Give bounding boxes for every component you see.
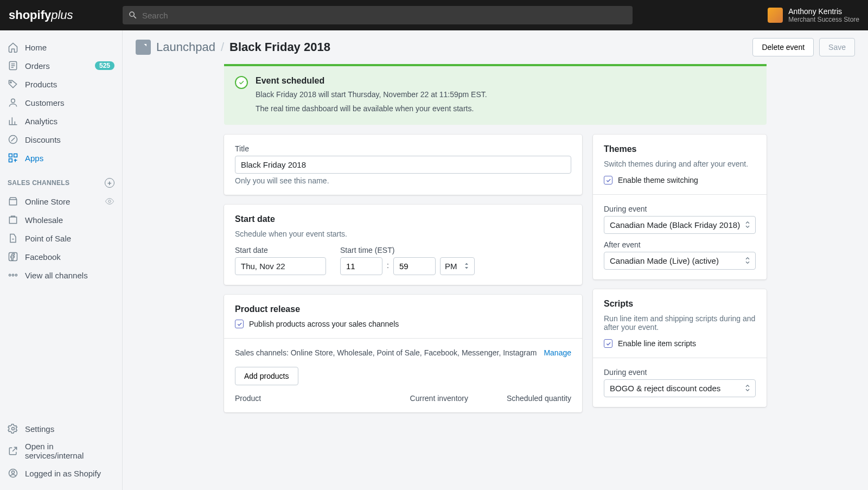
title-card: Title Only you will see this name. xyxy=(224,135,582,195)
themes-title: Themes xyxy=(604,144,756,154)
sidebar-item-apps[interactable]: Apps xyxy=(0,149,122,167)
scripts-card: Scripts Run line item and shipping scrip… xyxy=(593,289,767,407)
svg-point-7 xyxy=(108,200,111,203)
dots-icon xyxy=(8,270,18,281)
eye-icon[interactable] xyxy=(105,196,114,206)
sidebar-item-label: Orders xyxy=(25,61,50,71)
sidebar-item-home[interactable]: Home xyxy=(0,38,122,56)
sidebar-item-label: Customers xyxy=(25,98,65,107)
col-scheduled: Scheduled quantity xyxy=(490,394,571,403)
launchpad-app-icon xyxy=(136,40,151,55)
sidebar-item-label: Online Store xyxy=(25,197,70,206)
svg-point-2 xyxy=(11,99,15,103)
title-input[interactable] xyxy=(235,156,571,174)
add-products-button[interactable]: Add products xyxy=(235,367,298,385)
enable-scripts-checkbox[interactable] xyxy=(604,339,612,348)
sidebar-item-label: View all channels xyxy=(25,271,88,280)
sidebar-item-customers[interactable]: Customers xyxy=(0,93,122,112)
sidebar-item-settings[interactable]: Settings xyxy=(0,419,122,438)
ampm-select[interactable]: PM xyxy=(440,257,475,275)
breadcrumb-sep: / xyxy=(221,40,224,54)
time-colon: : xyxy=(387,261,389,275)
sidebar-item-pos[interactable]: Point of Sale xyxy=(0,229,122,247)
discounts-icon xyxy=(8,134,18,145)
minute-input[interactable] xyxy=(393,257,436,275)
banner-line1: Black Friday 2018 will start Thursday, N… xyxy=(256,90,487,99)
product-release-card: Product release Publish products across … xyxy=(224,295,582,412)
orders-icon xyxy=(8,60,18,71)
user-menu[interactable]: Anthony Kentris Merchant Success Store xyxy=(768,7,859,23)
page-header: Launchpad / Black Friday 2018 Delete eve… xyxy=(123,30,868,64)
date-label: Start date xyxy=(235,246,326,254)
sidebar-item-products[interactable]: Products xyxy=(0,75,122,93)
publish-checkbox-label: Publish products across your sales chann… xyxy=(249,320,399,328)
manage-channels-link[interactable]: Manage xyxy=(544,348,571,357)
search-icon xyxy=(128,10,138,20)
publish-checkbox[interactable] xyxy=(235,320,244,328)
delete-event-button[interactable]: Delete event xyxy=(752,38,814,56)
banner-title: Event scheduled xyxy=(256,76,487,86)
logo: shopifyplus xyxy=(9,8,123,22)
products-icon xyxy=(8,79,18,90)
main-content: Launchpad / Black Friday 2018 Delete eve… xyxy=(123,30,868,490)
sidebar-item-open-internal[interactable]: Open in services/internal xyxy=(0,438,122,464)
sidebar-item-orders[interactable]: Orders 525 xyxy=(0,56,122,75)
sidebar-item-logged-in-as[interactable]: Logged in as Shopify xyxy=(0,464,122,482)
sidebar-item-online-store[interactable]: Online Store xyxy=(0,192,122,211)
search-input[interactable] xyxy=(123,6,633,24)
sidebar-item-discounts[interactable]: Discounts xyxy=(0,130,122,149)
banner-line2: The real time dashboard will be availabl… xyxy=(256,104,487,113)
scripts-during-select[interactable]: BOGO & reject discount codes xyxy=(604,379,756,397)
time-label: Start time (EST) xyxy=(340,246,475,254)
sidebar-item-view-all-channels[interactable]: View all channels xyxy=(0,266,122,284)
svg-rect-8 xyxy=(9,217,16,224)
sidebar-item-label: Analytics xyxy=(25,117,58,126)
breadcrumb: Launchpad / Black Friday 2018 xyxy=(156,40,330,54)
sidebar-item-label: Discounts xyxy=(25,135,61,144)
col-inventory: Current inventory xyxy=(392,394,468,403)
save-button[interactable]: Save xyxy=(819,38,855,56)
hour-input[interactable] xyxy=(340,257,382,275)
check-circle-icon xyxy=(235,76,248,89)
theme-after-select[interactable]: Canadian Made (Live) (active) xyxy=(604,252,756,270)
gear-icon xyxy=(8,423,18,434)
analytics-icon xyxy=(8,116,18,126)
title-hint: Only you will see this name. xyxy=(235,176,571,185)
external-icon xyxy=(8,446,18,456)
enable-theme-label: Enable theme switching xyxy=(618,176,698,184)
sidebar-item-label: Facebook xyxy=(25,252,61,262)
col-product: Product xyxy=(235,394,371,403)
enable-theme-checkbox[interactable] xyxy=(604,176,612,184)
svg-point-12 xyxy=(15,274,17,276)
facebook-icon xyxy=(8,251,18,262)
orders-badge: 525 xyxy=(95,61,114,70)
sidebar-item-analytics[interactable]: Analytics xyxy=(0,112,122,130)
store-icon xyxy=(8,196,18,207)
breadcrumb-app[interactable]: Launchpad xyxy=(156,40,215,54)
theme-during-select[interactable]: Canadian Made (Black Friday 2018) xyxy=(604,216,756,234)
wholesale-icon xyxy=(8,214,18,225)
scripts-during-label: During event xyxy=(604,368,756,377)
sidebar-item-label: Logged in as Shopify xyxy=(25,469,101,478)
sidebar-item-label: Products xyxy=(25,80,57,89)
product-release-title: Product release xyxy=(235,304,571,314)
date-input[interactable] xyxy=(235,257,326,275)
enable-scripts-label: Enable line item scripts xyxy=(618,339,696,348)
sidebar-item-facebook[interactable]: Facebook xyxy=(0,247,122,266)
sidebar: Home Orders 525 Products Customers Analy… xyxy=(0,30,123,490)
user-icon xyxy=(8,468,18,479)
sidebar-item-label: Settings xyxy=(25,424,54,434)
svg-point-10 xyxy=(9,274,11,276)
customers-icon xyxy=(8,97,18,108)
svg-point-1 xyxy=(10,81,12,83)
products-table-header: Product Current inventory Scheduled quan… xyxy=(235,394,571,403)
start-date-card: Start date Schedule when your event star… xyxy=(224,205,582,285)
sidebar-item-label: Open in services/internal xyxy=(25,442,114,460)
user-store: Merchant Success Store xyxy=(788,16,859,23)
sidebar-item-wholesale[interactable]: Wholesale xyxy=(0,211,122,229)
scripts-description: Run line item and shipping scripts durin… xyxy=(604,314,756,332)
add-channel-icon[interactable]: + xyxy=(105,178,114,188)
sales-channels-heading: SALES CHANNELS + xyxy=(0,167,122,192)
svg-rect-5 xyxy=(14,154,17,157)
themes-card: Themes Switch themes during and after yo… xyxy=(593,135,767,279)
